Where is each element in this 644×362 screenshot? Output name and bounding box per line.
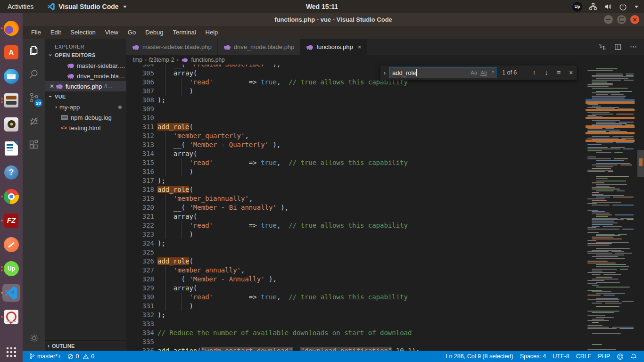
code-line[interactable]: 325 [126,248,637,257]
code-line[interactable]: 323 ) [126,230,637,239]
code-line[interactable]: 317); [126,176,637,185]
close-find-button[interactable]: × [567,69,575,76]
menu-debug[interactable]: Debug [140,26,168,39]
regex-toggle[interactable]: .* [490,70,494,75]
code-line[interactable]: 309 [126,105,637,114]
menu-selection[interactable]: Selection [66,26,100,39]
tab-master-sidebar[interactable]: master-sidebar.blade.php [126,39,218,55]
code-line[interactable]: 307 ) [126,87,637,96]
activity-debug[interactable] [23,109,45,133]
activity-source-control[interactable]: 20 [23,86,45,109]
close-button[interactable]: ✕ [630,15,639,24]
code-line[interactable]: 321 array( [126,212,637,221]
open-editor-master-sidebar[interactable]: master-sidebar.b... [45,60,126,71]
dock-chrome[interactable] [0,184,23,208]
git-branch-status[interactable]: master*+ [25,353,64,360]
open-changes-icon[interactable] [598,43,606,51]
cursor-position-status[interactable]: Ln 286, Col 9 (8 selected) [442,353,516,360]
split-editor-icon[interactable] [614,43,622,51]
language-mode-status[interactable]: PHP [594,353,613,360]
tree-item-my-app[interactable]: › my-app [45,102,126,112]
code-line[interactable]: 328 __( 'Member - Annually' ), [126,275,637,284]
notifications-bell[interactable] [627,353,640,360]
minimap[interactable] [585,65,637,351]
tab-functions[interactable]: functions.php × [300,39,367,55]
power-icon[interactable] [619,3,627,11]
activity-settings[interactable] [23,326,45,350]
problems-status[interactable]: 0 0 [64,353,98,360]
code-line[interactable]: 313 __( 'Member - Quarterly' ), [126,140,637,149]
breadcrumb-tmp[interactable]: tmp [133,57,142,63]
menu-edit[interactable]: Edit [46,26,66,39]
dock-postman[interactable] [0,232,23,256]
vue-folder-header[interactable]: › VUE [45,91,126,102]
dock-firefox[interactable] [0,16,23,40]
activity-explorer[interactable] [23,39,45,62]
dock-help[interactable]: ? [0,160,23,184]
open-editor-drive-mode[interactable]: drive_mode.blad... [45,71,126,81]
find-in-selection-button[interactable]: ≡ [555,69,562,76]
code-line[interactable]: 336add_action("wpdm_onstart_download", "… [126,346,637,351]
app-menu-button[interactable]: Visual Studio Code [48,3,126,10]
find-input[interactable]: add_role Aa Ab .* [389,67,496,78]
code-line[interactable]: 312 'member_quarterly', [126,132,637,140]
editor-scrollbar[interactable] [637,65,644,351]
open-editor-functions[interactable]: ✕ functions.php /t... [45,81,126,91]
menu-file[interactable]: File [26,26,46,39]
code-line[interactable]: 310 [126,114,637,123]
code-editor[interactable]: 304 __( 'Premium Subscriber' ),305 array… [126,65,637,351]
code-line[interactable]: 320 __( 'Member - Bi annually' ), [126,203,637,212]
window-titlebar[interactable]: functions.php - vue - Visual Studio Code… [23,13,644,26]
open-editors-header[interactable]: › OPEN EDITORS [45,50,126,60]
menu-terminal[interactable]: Terminal [168,26,200,39]
code-line[interactable]: 311add_role( [126,123,637,132]
code-line[interactable]: 326add_role( [126,257,637,266]
dock-rhythmbox[interactable] [0,112,23,136]
code-line[interactable]: 327 'member_annually', [126,266,637,275]
code-line[interactable]: 335 [126,337,637,346]
dock-ubuntu-software[interactable]: A [0,40,23,64]
upwork-tray-icon[interactable]: Up [572,2,582,12]
network-icon[interactable] [589,2,597,11]
code-line[interactable]: 314 array( [126,149,637,158]
dock-document-viewer[interactable] [0,304,23,329]
close-icon[interactable]: ✕ [48,83,56,90]
dock-thunderbird[interactable] [0,64,23,88]
code-line[interactable]: 333 [126,320,637,329]
more-actions-icon[interactable] [629,43,637,51]
maximize-button[interactable] [617,15,626,24]
indentation-status[interactable]: Spaces: 4 [517,353,550,360]
menu-go[interactable]: Go [123,26,140,39]
dock-upwork[interactable]: Up [0,256,23,280]
code-line[interactable]: 322 'read' => true, // true allows this … [126,221,637,230]
previous-match-button[interactable]: ↑ [530,69,538,76]
dock-libreoffice-writer[interactable] [0,136,23,160]
code-line[interactable]: 329 array( [126,284,637,293]
code-line[interactable]: 334// Reduce the number of available dow… [126,329,637,337]
menu-view[interactable]: View [100,26,123,39]
dock-file-manager[interactable] [0,88,23,112]
tab-drive-mode[interactable]: drive_mode.blade.php [218,39,301,55]
whole-word-toggle[interactable]: Ab [480,70,487,76]
tree-item-npm-debug-log[interactable]: npm-debug.log [45,112,126,123]
code-line[interactable]: 316 ) [126,167,637,176]
code-line[interactable]: 308); [126,96,637,105]
code-line[interactable]: 331 ) [126,302,637,311]
activity-extensions[interactable] [23,133,45,156]
system-menu-caret-icon[interactable] [635,6,638,8]
dock-vscode[interactable] [0,280,23,304]
breadcrumb-fz3temp[interactable]: fz3temp-2 [149,57,174,63]
next-match-button[interactable]: ↓ [543,69,550,76]
code-line[interactable]: 319 'member_biannually', [126,194,637,203]
menu-help[interactable]: Help [201,26,223,39]
feedback-smiley[interactable] [613,353,627,360]
show-applications-button[interactable] [6,347,17,357]
toggle-replace-chevron-icon[interactable]: › [380,69,389,76]
activity-search[interactable] [23,62,45,86]
volume-icon[interactable] [604,2,612,11]
minimize-button[interactable] [604,15,613,24]
code-line[interactable]: 330 'read' => true, // true allows this … [126,293,637,302]
eol-status[interactable]: CRLF [573,353,595,360]
breadcrumb-functions-php[interactable]: functions.php [191,57,224,63]
tree-item-testing-html[interactable]: <> testing.html [45,123,126,133]
